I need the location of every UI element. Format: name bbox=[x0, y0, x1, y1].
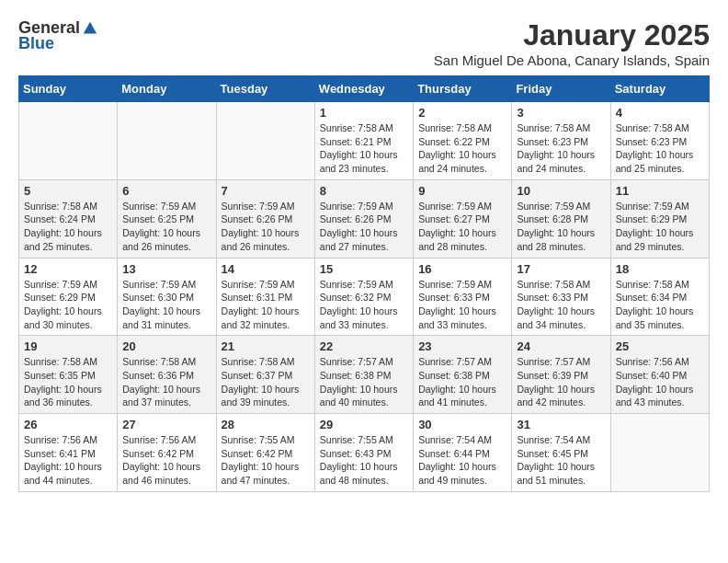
weekday-header-friday: Friday bbox=[512, 76, 610, 102]
day-detail: Sunrise: 7:58 AMSunset: 6:23 PMDaylight:… bbox=[517, 121, 605, 176]
day-detail: Sunrise: 7:54 AMSunset: 6:44 PMDaylight:… bbox=[418, 433, 506, 488]
day-detail: Sunrise: 7:58 AMSunset: 6:34 PMDaylight:… bbox=[616, 278, 704, 332]
day-detail: Sunrise: 7:59 AMSunset: 6:32 PMDaylight:… bbox=[320, 278, 408, 332]
weekday-header-wednesday: Wednesday bbox=[314, 76, 413, 102]
week-row-1: 1Sunrise: 7:58 AMSunset: 6:21 PMDaylight… bbox=[19, 102, 710, 180]
calendar-cell: 23Sunrise: 7:57 AMSunset: 6:38 PMDayligh… bbox=[414, 336, 512, 414]
day-detail: Sunrise: 7:58 AMSunset: 6:33 PMDaylight:… bbox=[517, 278, 605, 332]
day-detail: Sunrise: 7:58 AMSunset: 6:35 PMDaylight:… bbox=[24, 355, 112, 409]
calendar-cell bbox=[216, 102, 314, 180]
calendar-cell: 2Sunrise: 7:58 AMSunset: 6:22 PMDaylight… bbox=[414, 102, 512, 180]
day-detail: Sunrise: 7:59 AMSunset: 6:25 PMDaylight:… bbox=[122, 200, 210, 254]
day-number: 12 bbox=[24, 262, 112, 276]
day-detail: Sunrise: 7:58 AMSunset: 6:21 PMDaylight:… bbox=[320, 121, 408, 176]
day-number: 22 bbox=[320, 339, 408, 353]
day-detail: Sunrise: 7:57 AMSunset: 6:38 PMDaylight:… bbox=[418, 355, 506, 409]
day-number: 5 bbox=[24, 184, 112, 198]
calendar: SundayMondayTuesdayWednesdayThursdayFrid… bbox=[18, 75, 710, 492]
calendar-cell: 16Sunrise: 7:59 AMSunset: 6:33 PMDayligh… bbox=[414, 258, 512, 336]
day-detail: Sunrise: 7:59 AMSunset: 6:29 PMDaylight:… bbox=[24, 278, 112, 332]
header-row: SundayMondayTuesdayWednesdayThursdayFrid… bbox=[19, 76, 710, 102]
calendar-cell bbox=[19, 102, 118, 180]
day-number: 29 bbox=[320, 418, 408, 431]
week-row-4: 19Sunrise: 7:58 AMSunset: 6:35 PMDayligh… bbox=[19, 336, 710, 414]
day-number: 27 bbox=[122, 418, 210, 431]
calendar-cell bbox=[610, 414, 709, 492]
subtitle: San Miguel De Abona, Canary Islands, Spa… bbox=[434, 52, 710, 68]
day-detail: Sunrise: 7:59 AMSunset: 6:28 PMDaylight:… bbox=[517, 200, 605, 254]
day-detail: Sunrise: 7:54 AMSunset: 6:45 PMDaylight:… bbox=[517, 433, 605, 488]
day-number: 19 bbox=[24, 339, 112, 353]
svg-marker-0 bbox=[84, 21, 97, 33]
day-number: 18 bbox=[616, 262, 704, 276]
weekday-header-sunday: Sunday bbox=[19, 76, 118, 102]
day-number: 2 bbox=[418, 106, 506, 120]
calendar-cell: 26Sunrise: 7:56 AMSunset: 6:41 PMDayligh… bbox=[19, 414, 118, 492]
day-number: 13 bbox=[122, 262, 210, 276]
day-detail: Sunrise: 7:59 AMSunset: 6:26 PMDaylight:… bbox=[320, 200, 408, 254]
calendar-cell: 31Sunrise: 7:54 AMSunset: 6:45 PMDayligh… bbox=[512, 414, 610, 492]
day-detail: Sunrise: 7:55 AMSunset: 6:42 PMDaylight:… bbox=[222, 433, 310, 488]
day-number: 8 bbox=[320, 184, 408, 198]
title-area: January 2025 San Miguel De Abona, Canary… bbox=[434, 18, 710, 68]
day-detail: Sunrise: 7:57 AMSunset: 6:39 PMDaylight:… bbox=[517, 355, 605, 409]
calendar-cell: 25Sunrise: 7:56 AMSunset: 6:40 PMDayligh… bbox=[610, 336, 709, 414]
weekday-header-tuesday: Tuesday bbox=[216, 76, 314, 102]
calendar-cell: 12Sunrise: 7:59 AMSunset: 6:29 PMDayligh… bbox=[19, 258, 118, 336]
calendar-cell: 18Sunrise: 7:58 AMSunset: 6:34 PMDayligh… bbox=[610, 258, 709, 336]
calendar-cell: 30Sunrise: 7:54 AMSunset: 6:44 PMDayligh… bbox=[414, 414, 512, 492]
day-number: 20 bbox=[122, 339, 210, 353]
day-number: 25 bbox=[616, 339, 704, 353]
calendar-cell: 22Sunrise: 7:57 AMSunset: 6:38 PMDayligh… bbox=[314, 336, 413, 414]
day-number: 17 bbox=[517, 262, 605, 276]
day-number: 23 bbox=[418, 339, 506, 353]
day-number: 6 bbox=[122, 184, 210, 198]
day-detail: Sunrise: 7:58 AMSunset: 6:22 PMDaylight:… bbox=[418, 121, 506, 176]
day-detail: Sunrise: 7:59 AMSunset: 6:26 PMDaylight:… bbox=[222, 200, 310, 254]
day-number: 16 bbox=[418, 262, 506, 276]
day-number: 15 bbox=[320, 262, 408, 276]
day-detail: Sunrise: 7:56 AMSunset: 6:41 PMDaylight:… bbox=[24, 433, 112, 488]
calendar-cell: 27Sunrise: 7:56 AMSunset: 6:42 PMDayligh… bbox=[118, 414, 216, 492]
calendar-cell: 17Sunrise: 7:58 AMSunset: 6:33 PMDayligh… bbox=[512, 258, 610, 336]
day-number: 24 bbox=[517, 339, 605, 353]
day-detail: Sunrise: 7:58 AMSunset: 6:23 PMDaylight:… bbox=[616, 121, 704, 176]
calendar-cell: 11Sunrise: 7:59 AMSunset: 6:29 PMDayligh… bbox=[610, 179, 709, 258]
month-title: January 2025 bbox=[434, 18, 710, 52]
day-number: 28 bbox=[222, 418, 310, 431]
calendar-cell: 1Sunrise: 7:58 AMSunset: 6:21 PMDaylight… bbox=[314, 102, 413, 180]
day-detail: Sunrise: 7:57 AMSunset: 6:38 PMDaylight:… bbox=[320, 355, 408, 409]
week-row-5: 26Sunrise: 7:56 AMSunset: 6:41 PMDayligh… bbox=[19, 414, 710, 492]
weekday-header-monday: Monday bbox=[118, 76, 216, 102]
calendar-cell: 13Sunrise: 7:59 AMSunset: 6:30 PMDayligh… bbox=[118, 258, 216, 336]
day-number: 4 bbox=[616, 106, 704, 120]
day-number: 9 bbox=[418, 184, 506, 198]
calendar-cell: 7Sunrise: 7:59 AMSunset: 6:26 PMDaylight… bbox=[216, 179, 314, 258]
day-detail: Sunrise: 7:58 AMSunset: 6:24 PMDaylight:… bbox=[24, 200, 112, 254]
week-row-2: 5Sunrise: 7:58 AMSunset: 6:24 PMDaylight… bbox=[19, 179, 710, 258]
day-detail: Sunrise: 7:59 AMSunset: 6:33 PMDaylight:… bbox=[418, 278, 506, 332]
day-number: 30 bbox=[418, 418, 506, 431]
calendar-cell: 29Sunrise: 7:55 AMSunset: 6:43 PMDayligh… bbox=[314, 414, 413, 492]
weekday-header-saturday: Saturday bbox=[610, 76, 709, 102]
day-number: 21 bbox=[222, 339, 310, 353]
day-detail: Sunrise: 7:59 AMSunset: 6:27 PMDaylight:… bbox=[418, 200, 506, 254]
logo-blue: Blue bbox=[18, 34, 54, 53]
calendar-cell: 20Sunrise: 7:58 AMSunset: 6:36 PMDayligh… bbox=[118, 336, 216, 414]
day-detail: Sunrise: 7:58 AMSunset: 6:37 PMDaylight:… bbox=[222, 355, 310, 409]
day-detail: Sunrise: 7:56 AMSunset: 6:42 PMDaylight:… bbox=[122, 433, 210, 488]
day-detail: Sunrise: 7:58 AMSunset: 6:36 PMDaylight:… bbox=[122, 355, 210, 409]
calendar-cell: 24Sunrise: 7:57 AMSunset: 6:39 PMDayligh… bbox=[512, 336, 610, 414]
calendar-cell: 28Sunrise: 7:55 AMSunset: 6:42 PMDayligh… bbox=[216, 414, 314, 492]
calendar-cell: 10Sunrise: 7:59 AMSunset: 6:28 PMDayligh… bbox=[512, 179, 610, 258]
calendar-cell: 8Sunrise: 7:59 AMSunset: 6:26 PMDaylight… bbox=[314, 179, 413, 258]
logo: General Blue bbox=[18, 18, 98, 53]
week-row-3: 12Sunrise: 7:59 AMSunset: 6:29 PMDayligh… bbox=[19, 258, 710, 336]
day-number: 1 bbox=[320, 106, 408, 120]
header: General Blue January 2025 San Miguel De … bbox=[18, 18, 710, 68]
calendar-cell: 4Sunrise: 7:58 AMSunset: 6:23 PMDaylight… bbox=[610, 102, 709, 180]
day-number: 31 bbox=[517, 418, 605, 431]
day-number: 14 bbox=[222, 262, 310, 276]
day-detail: Sunrise: 7:59 AMSunset: 6:30 PMDaylight:… bbox=[122, 278, 210, 332]
day-number: 7 bbox=[222, 184, 310, 198]
